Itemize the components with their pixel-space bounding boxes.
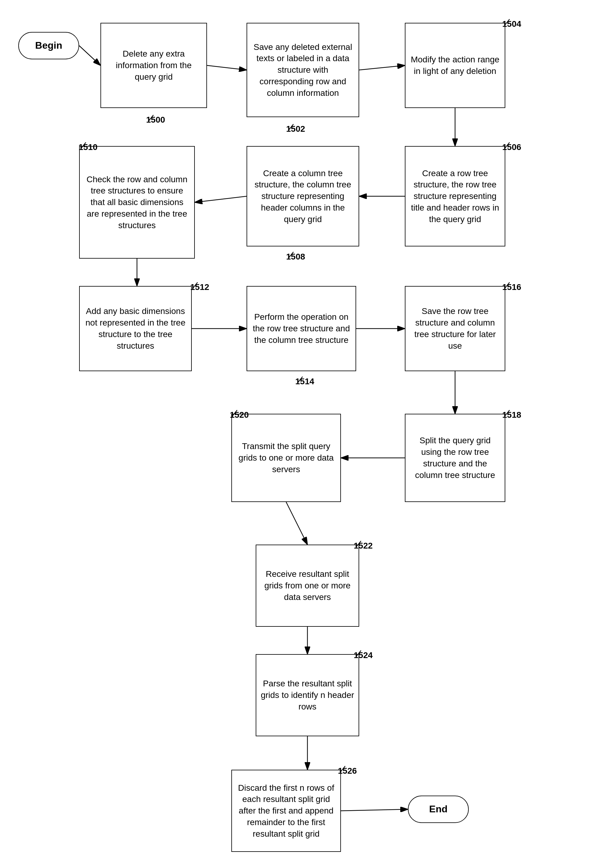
label-1504: 1504: [502, 19, 521, 29]
label-1522: 1522: [354, 541, 373, 551]
label-1506: 1506: [502, 142, 521, 152]
begin-node: Begin: [18, 32, 79, 59]
label-1518: 1518: [502, 410, 521, 420]
label-1502: 1502: [286, 124, 305, 134]
svg-line-1: [79, 46, 100, 65]
svg-line-3: [359, 65, 405, 70]
node-1512: Add any basic dimensions not represented…: [79, 286, 192, 371]
node-1514: Perform the operation on the row tree st…: [247, 286, 356, 371]
node-1506: Create a row tree structure, the row tre…: [405, 146, 505, 247]
label-1524: 1524: [354, 651, 373, 660]
node-1518: Split the query grid using the row tree …: [405, 414, 505, 502]
node-1504: Modify the action range in light of any …: [405, 23, 505, 108]
end-node: End: [408, 796, 469, 823]
node-1500: Delete any extra information from the qu…: [100, 23, 207, 108]
node-1508: Create a column tree structure, the colu…: [247, 146, 359, 247]
label-1508: 1508: [286, 252, 305, 262]
node-1522: Receive resultant split grids from one o…: [256, 544, 359, 627]
node-1502: Save any deleted external texts or label…: [247, 23, 359, 117]
label-1514: 1514: [295, 377, 314, 386]
svg-line-12: [286, 502, 308, 544]
flowchart-diagram: Begin Delete any extra information from …: [0, 0, 603, 868]
node-1520: Transmit the split query grids to one or…: [231, 414, 341, 502]
label-1516: 1516: [502, 282, 521, 292]
svg-line-2: [207, 65, 247, 70]
node-1524: Parse the resultant split grids to ident…: [256, 654, 359, 736]
node-1510: Check the row and column tree structures…: [79, 146, 195, 259]
label-1526: 1526: [338, 766, 357, 776]
svg-line-15: [341, 809, 408, 811]
label-1512: 1512: [190, 282, 209, 292]
svg-line-6: [195, 196, 247, 202]
label-1520: 1520: [230, 410, 249, 420]
label-1500: 1500: [146, 115, 165, 125]
label-1510: 1510: [79, 142, 97, 152]
node-1516: Save the row tree structure and column t…: [405, 286, 505, 371]
node-1526: Discard the first n rows of each resulta…: [231, 770, 341, 852]
